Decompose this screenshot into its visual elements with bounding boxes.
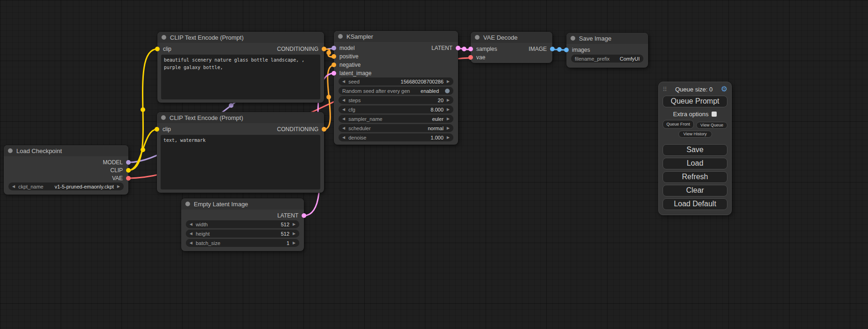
prev-value-arrow-icon[interactable]: ◀	[12, 185, 15, 189]
node-title[interactable]: CLIP Text Encode (Prompt)	[157, 32, 324, 43]
node-save-image[interactable]: Save Image images filename_prefix ComfyU…	[566, 33, 648, 68]
output-slot-latent[interactable]: LATENT	[181, 211, 304, 219]
next-value-arrow-icon[interactable]: ▶	[293, 232, 296, 236]
output-dot-latent[interactable]	[456, 46, 460, 50]
input-dot-vae[interactable]	[468, 55, 473, 60]
output-slot-clip[interactable]: CLIP	[4, 166, 128, 174]
widget-batch-size[interactable]: ◀ batch_size 1 ▶	[186, 239, 299, 247]
collapse-toggle-icon[interactable]	[571, 36, 575, 41]
output-slot-model[interactable]: MODEL	[4, 158, 128, 166]
input-dot-negative[interactable]	[332, 63, 336, 67]
prev-value-arrow-icon[interactable]: ◀	[342, 98, 345, 102]
widget-random-seed-toggle[interactable]: Random seed after every gen enabled	[339, 87, 453, 95]
collapse-toggle-icon[interactable]	[8, 148, 13, 153]
next-value-arrow-icon[interactable]: ▶	[117, 185, 120, 189]
output-slot-vae[interactable]: VAE	[4, 174, 128, 182]
widget-name: sampler_name	[348, 116, 382, 122]
output-dot-latent[interactable]	[302, 213, 306, 218]
graph-canvas[interactable]: Load Checkpoint MODEL CLIP VAE ◀ ckpt_na…	[0, 0, 868, 329]
queue-prompt-button[interactable]: Queue Prompt	[663, 96, 727, 107]
link-midpoint-dot-cond-negative	[326, 95, 331, 99]
input-dot-positive[interactable]	[332, 54, 336, 59]
input-dot-latent-image[interactable]	[332, 71, 336, 76]
next-value-arrow-icon[interactable]: ▶	[447, 108, 450, 112]
node-title[interactable]: Load Checkpoint	[4, 145, 128, 156]
output-dot-vae[interactable]	[126, 176, 131, 181]
node-load-checkpoint[interactable]: Load Checkpoint MODEL CLIP VAE ◀ ckpt_na…	[4, 145, 128, 195]
next-value-arrow-icon[interactable]: ▶	[293, 223, 296, 226]
queue-front-button[interactable]: Queue Front	[663, 120, 694, 129]
prev-value-arrow-icon[interactable]: ◀	[190, 232, 192, 236]
node-title[interactable]: KSampler	[334, 31, 458, 42]
prev-value-arrow-icon[interactable]: ◀	[342, 117, 345, 121]
collapse-toggle-icon[interactable]	[185, 202, 190, 206]
widget-scheduler[interactable]: ◀ scheduler normal ▶	[339, 124, 453, 132]
input-dot-model[interactable]	[332, 46, 336, 50]
input-slot-positive[interactable]: positive	[334, 52, 458, 61]
node-title-label: Empty Latent Image	[194, 201, 248, 208]
input-slot-negative[interactable]: negative	[334, 61, 458, 69]
node-clip-text-encode-negative[interactable]: CLIP Text Encode (Prompt) clip CONDITION…	[157, 112, 324, 193]
collapse-toggle-icon[interactable]	[161, 115, 166, 120]
node-empty-latent-image[interactable]: Empty Latent Image LATENT ◀ width 512 ▶ …	[181, 198, 304, 251]
next-value-arrow-icon[interactable]: ▶	[447, 117, 450, 121]
output-dot-model[interactable]	[126, 160, 131, 165]
load-default-button[interactable]: Load Default	[663, 198, 727, 210]
view-history-button[interactable]: View History	[678, 131, 712, 138]
widget-seed[interactable]: ◀ seed 156680208700286 ▶	[339, 77, 453, 85]
widget-sampler-name[interactable]: ◀ sampler_name euler ▶	[339, 115, 453, 123]
widget-filename-prefix[interactable]: filename_prefix ComfyUI	[571, 55, 643, 63]
output-dot-clip[interactable]	[126, 168, 131, 173]
node-title[interactable]: VAE Decode	[471, 32, 552, 43]
next-value-arrow-icon[interactable]: ▶	[293, 241, 296, 245]
widget-ckpt-name[interactable]: ◀ ckpt_name v1-5-pruned-emaonly.ckpt ▶	[8, 182, 124, 190]
drag-handle-icon[interactable]: ⠿	[663, 86, 667, 93]
input-label-vae: vae	[476, 54, 485, 61]
collapse-toggle-icon[interactable]	[162, 35, 166, 40]
collapse-toggle-icon[interactable]	[338, 34, 343, 39]
input-dot-images[interactable]	[564, 48, 569, 52]
view-queue-button[interactable]: View Queue	[696, 122, 727, 129]
next-value-arrow-icon[interactable]: ▶	[447, 126, 450, 130]
prev-value-arrow-icon[interactable]: ◀	[342, 108, 345, 112]
save-button[interactable]: Save	[663, 144, 727, 156]
node-title[interactable]: Empty Latent Image	[181, 198, 304, 210]
widget-steps[interactable]: ◀ steps 20 ▶	[339, 96, 453, 104]
node-clip-text-encode-positive[interactable]: CLIP Text Encode (Prompt) clip CONDITION…	[157, 32, 324, 103]
output-dot-conditioning[interactable]	[322, 47, 326, 51]
prev-value-arrow-icon[interactable]: ◀	[190, 223, 192, 226]
input-slot-latent-image[interactable]: latent_image	[334, 69, 458, 77]
toggle-knob-icon[interactable]	[445, 89, 450, 93]
extra-options-row: Extra options	[663, 111, 727, 118]
node-ksampler[interactable]: KSampler model LATENT positive negative …	[334, 31, 458, 145]
input-dot-clip[interactable]	[155, 127, 159, 132]
extra-options-checkbox[interactable]	[712, 112, 717, 117]
next-value-arrow-icon[interactable]: ▶	[447, 136, 450, 140]
refresh-button[interactable]: Refresh	[663, 171, 727, 183]
prev-value-arrow-icon[interactable]: ◀	[342, 136, 345, 140]
output-dot-image[interactable]	[550, 47, 555, 51]
positive-prompt-textarea[interactable]: beautiful scenery nature glass bottle la…	[161, 55, 320, 99]
node-title[interactable]: Save Image	[566, 33, 648, 44]
clear-button[interactable]: Clear	[663, 185, 727, 196]
widget-width[interactable]: ◀ width 512 ▶	[186, 220, 299, 228]
prev-value-arrow-icon[interactable]: ◀	[342, 80, 345, 84]
input-dot-samples[interactable]	[468, 47, 473, 51]
next-value-arrow-icon[interactable]: ▶	[447, 98, 450, 102]
input-slot-images[interactable]: images	[566, 46, 648, 54]
collapse-toggle-icon[interactable]	[475, 35, 480, 40]
next-value-arrow-icon[interactable]: ▶	[447, 80, 450, 84]
negative-prompt-textarea[interactable]: text, watermark	[161, 135, 320, 189]
widget-cfg[interactable]: ◀ cfg 8.000 ▶	[339, 105, 453, 113]
output-dot-conditioning[interactable]	[322, 127, 326, 132]
input-slot-vae[interactable]: vae	[471, 53, 552, 62]
prev-value-arrow-icon[interactable]: ◀	[342, 126, 345, 130]
node-title[interactable]: CLIP Text Encode (Prompt)	[157, 112, 324, 123]
settings-gear-icon[interactable]: ⚙	[721, 85, 727, 93]
input-dot-clip[interactable]	[155, 47, 160, 51]
node-vae-decode[interactable]: VAE Decode samples IMAGE vae	[471, 32, 552, 63]
widget-height[interactable]: ◀ height 512 ▶	[186, 230, 299, 238]
load-button[interactable]: Load	[663, 158, 727, 169]
widget-denoise[interactable]: ◀ denoise 1.000 ▶	[339, 133, 453, 141]
prev-value-arrow-icon[interactable]: ◀	[190, 241, 192, 245]
